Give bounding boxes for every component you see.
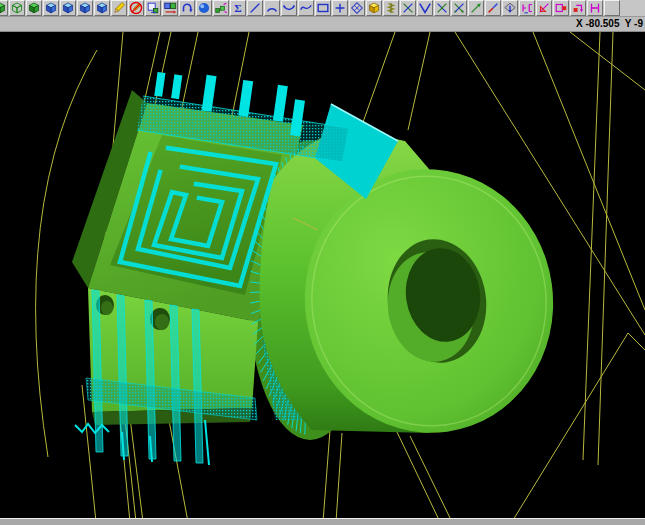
wireframe-cube-button[interactable]	[9, 0, 25, 16]
clipped-button-icon	[605, 1, 619, 15]
create-arc-endpoints-icon	[282, 1, 296, 15]
xform-translate-button[interactable]	[570, 0, 586, 16]
window-fit-button[interactable]	[145, 0, 161, 16]
trim-1-icon	[401, 1, 415, 15]
create-ellipse-button[interactable]	[349, 0, 365, 16]
graphics-viewport[interactable]	[0, 32, 645, 518]
xform-chamfer-icon	[537, 1, 551, 15]
svg-text:Σ: Σ	[234, 2, 241, 14]
modify-trim-icon	[486, 1, 500, 15]
trim-2-icon	[418, 1, 432, 15]
extend-icon	[469, 1, 483, 15]
create-thread-icon	[384, 1, 398, 15]
create-rectangle-button[interactable]	[315, 0, 331, 16]
undo-icon	[180, 1, 194, 15]
create-point-button[interactable]	[332, 0, 348, 16]
create-line-icon	[248, 1, 262, 15]
shaded-cube-clipped-icon	[0, 1, 7, 15]
wireframe-cube-icon	[10, 1, 24, 15]
chain-select-button[interactable]	[213, 0, 229, 16]
shaded-cube-clipped-button[interactable]	[0, 0, 8, 16]
shaded-view-sphere-icon	[197, 1, 211, 15]
view-cube-2-icon	[61, 1, 75, 15]
shaded-cube-button[interactable]	[26, 0, 42, 16]
create-spline-button[interactable]	[298, 0, 314, 16]
xform-offset-button[interactable]	[553, 0, 569, 16]
window-repaint-button[interactable]	[162, 0, 178, 16]
analyze-distance-icon	[588, 1, 602, 15]
view-cube-1-button[interactable]	[43, 0, 59, 16]
cam-application-window: Σ X -80.505 Y -9	[0, 0, 645, 525]
create-rectangle-icon	[316, 1, 330, 15]
create-solid-box-button[interactable]	[366, 0, 382, 16]
shaded-cube-icon	[27, 1, 41, 15]
3d-scene[interactable]	[0, 32, 645, 518]
create-spline-icon	[299, 1, 313, 15]
view-cube-3-icon	[78, 1, 92, 15]
create-line-button[interactable]	[247, 0, 263, 16]
xform-offset-icon	[554, 1, 568, 15]
main-toolbar: Σ	[0, 0, 645, 17]
no-redraw-button[interactable]	[128, 0, 144, 16]
extend-button[interactable]	[468, 0, 484, 16]
create-arc-icon	[265, 1, 279, 15]
trim-2-button[interactable]	[417, 0, 433, 16]
view-cube-4-icon	[95, 1, 109, 15]
dynamic-xform-button[interactable]	[502, 0, 518, 16]
view-cube-3-button[interactable]	[77, 0, 93, 16]
analyze-sigma-icon: Σ	[231, 1, 245, 15]
analyze-distance-button[interactable]	[587, 0, 603, 16]
create-ellipse-icon	[350, 1, 364, 15]
xform-translate-icon	[571, 1, 585, 15]
xform-fillet-button[interactable]	[519, 0, 535, 16]
chain-select-icon	[214, 1, 228, 15]
view-cube-2-button[interactable]	[60, 0, 76, 16]
dynamic-xform-icon	[503, 1, 517, 15]
undo-button[interactable]	[179, 0, 195, 16]
redraw-pencil-button[interactable]	[111, 0, 127, 16]
create-arc-endpoints-button[interactable]	[281, 0, 297, 16]
redraw-pencil-icon	[112, 1, 126, 15]
shaded-view-sphere-button[interactable]	[196, 0, 212, 16]
create-point-icon	[333, 1, 347, 15]
view-cube-4-button[interactable]	[94, 0, 110, 16]
no-redraw-icon	[129, 1, 143, 15]
analyze-sigma-button[interactable]: Σ	[230, 0, 246, 16]
trim-divide-button[interactable]	[451, 0, 467, 16]
create-thread-button[interactable]	[383, 0, 399, 16]
window-fit-icon	[146, 1, 160, 15]
modify-trim-button[interactable]	[485, 0, 501, 16]
window-repaint-icon	[163, 1, 177, 15]
cursor-coordinates: X -80.505 Y -9	[576, 18, 643, 29]
bottom-statusbar	[0, 518, 645, 525]
trim-1-button[interactable]	[400, 0, 416, 16]
xform-chamfer-button[interactable]	[536, 0, 552, 16]
view-cube-1-icon	[44, 1, 58, 15]
trim-3-button[interactable]	[434, 0, 450, 16]
create-solid-box-icon	[367, 1, 381, 15]
trim-divide-icon	[452, 1, 466, 15]
clipped-button-button[interactable]	[604, 0, 620, 16]
coordinate-bar: X -80.505 Y -9	[0, 17, 645, 32]
xform-fillet-icon	[520, 1, 534, 15]
trim-3-icon	[435, 1, 449, 15]
create-arc-button[interactable]	[264, 0, 280, 16]
